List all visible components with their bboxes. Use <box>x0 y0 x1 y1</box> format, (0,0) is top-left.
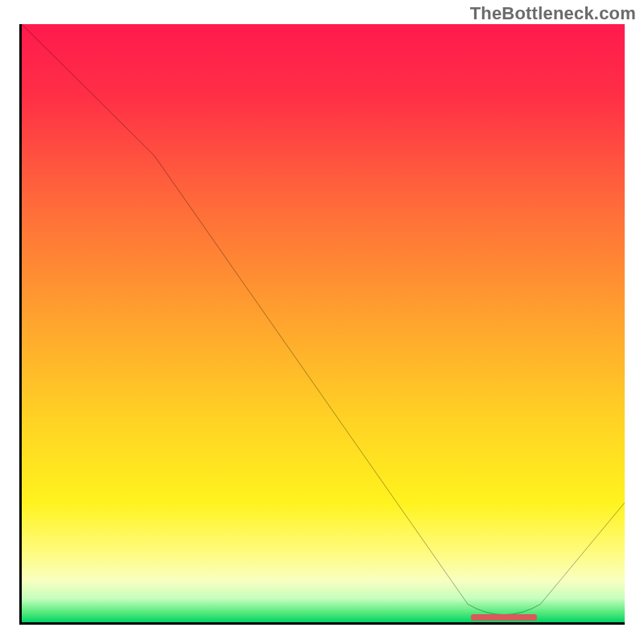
plot-area <box>19 24 625 625</box>
watermark-text: TheBottleneck.com <box>470 3 636 24</box>
svg-rect-0 <box>22 24 625 622</box>
optimal-range-marker <box>471 614 537 621</box>
chart-frame: TheBottleneck.com <box>0 0 644 644</box>
background-gradient <box>22 24 625 622</box>
